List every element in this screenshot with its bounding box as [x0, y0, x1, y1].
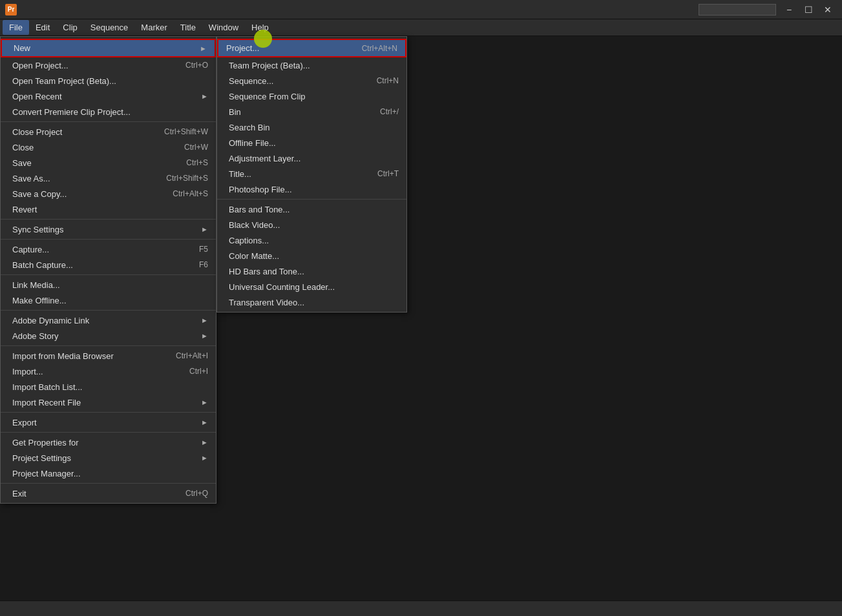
menu-item-link-media[interactable]: Link Media...: [1, 277, 216, 293]
menu-item-label-adobe-dynamic-link: Adobe Dynamic Link: [12, 316, 196, 325]
new-submenu-item-captions[interactable]: Captions...: [217, 232, 406, 248]
menu-item-import-recent-file[interactable]: Import Recent File ►: [1, 395, 216, 410]
menu-sequence[interactable]: Sequence: [84, 20, 135, 35]
arrow-adobe-story: ►: [201, 332, 208, 340]
new-submenu-label-team-project: Team Project (Beta)...: [229, 61, 399, 70]
app-icon: Pr: [5, 4, 17, 15]
title-search-input[interactable]: [699, 4, 776, 15]
menu-item-save[interactable]: Save Ctrl+S: [1, 155, 216, 170]
new-submenu-item-photoshop-file[interactable]: Photoshop File...: [217, 181, 406, 197]
menu-item-open-project[interactable]: Open Project... Ctrl+O: [1, 57, 216, 73]
close-button[interactable]: ✕: [819, 3, 837, 16]
separator-after-convert-clip: [1, 121, 216, 122]
menu-item-import[interactable]: Import... Ctrl+I: [1, 364, 216, 379]
new-submenu-dropdown: Project... Ctrl+Alt+N Team Project (Beta…: [216, 36, 407, 313]
arrow-adobe-dynamic-link: ►: [201, 316, 208, 324]
menu-item-convert-clip[interactable]: Convert Premiere Clip Project...: [1, 104, 216, 119]
shortcut-open-project: Ctrl+O: [185, 61, 208, 70]
menu-item-project-settings[interactable]: Project Settings ►: [1, 450, 216, 466]
new-submenu-item-sequence-from-clip[interactable]: Sequence From Clip: [217, 88, 406, 104]
new-submenu-label-adjustment-layer: Adjustment Layer...: [229, 154, 399, 163]
menu-item-revert[interactable]: Revert: [1, 201, 216, 217]
menu-item-label-import-media-browser: Import from Media Browser: [12, 351, 163, 361]
menu-item-project-manager[interactable]: Project Manager...: [1, 466, 216, 481]
menu-item-label-exit: Exit: [12, 489, 173, 498]
new-submenu-item-hd-bars-tone[interactable]: HD Bars and Tone...: [217, 263, 406, 279]
menu-item-label-import: Import...: [12, 367, 176, 376]
new-submenu-item-universal-counting[interactable]: Universal Counting Leader...: [217, 279, 406, 294]
arrow-sync-settings: ►: [201, 225, 208, 233]
new-submenu-item-black-video[interactable]: Black Video...: [217, 217, 406, 232]
new-submenu-item-transparent-video[interactable]: Transparent Video...: [217, 294, 406, 310]
menu-item-adobe-dynamic-link[interactable]: Adobe Dynamic Link ►: [1, 313, 216, 328]
menu-item-open-recent[interactable]: Open Recent ►: [1, 88, 216, 104]
new-submenu-label-black-video: Black Video...: [229, 220, 399, 230]
new-submenu-label-sequence-from-clip: Sequence From Clip: [229, 92, 399, 101]
menu-window[interactable]: Window: [202, 20, 245, 35]
shortcut-import: Ctrl+I: [189, 367, 208, 376]
menu-item-label-adobe-story: Adobe Story: [12, 331, 196, 341]
menu-item-label-import-recent-file: Import Recent File: [12, 398, 196, 407]
menu-item-label-close: Close: [12, 143, 171, 152]
menu-item-batch-capture[interactable]: Batch Capture... F6: [1, 257, 216, 272]
new-submenu-label-search-bin: Search Bin: [229, 123, 399, 132]
shortcut-close: Ctrl+W: [184, 143, 208, 152]
new-submenu-label-photoshop-file: Photoshop File...: [229, 185, 399, 194]
new-submenu-shortcut-project: Ctrl+Alt+N: [362, 44, 397, 53]
separator-after-sync-settings: [1, 239, 216, 240]
minimize-button[interactable]: −: [780, 3, 798, 16]
new-submenu-item-color-matte[interactable]: Color Matte...: [217, 248, 406, 263]
menu-item-label-close-project: Close Project: [12, 127, 151, 137]
shortcut-exit: Ctrl+Q: [185, 489, 208, 498]
new-submenu-item-bin[interactable]: Bin Ctrl+/: [217, 104, 406, 119]
menu-help[interactable]: Help: [245, 20, 275, 35]
new-submenu-label-universal-counting: Universal Counting Leader...: [229, 282, 399, 292]
menu-item-exit[interactable]: Exit Ctrl+Q: [1, 486, 216, 501]
maximize-button[interactable]: ☐: [799, 3, 817, 16]
shortcut-capture: F5: [199, 245, 208, 254]
shortcut-close-project: Ctrl+Shift+W: [164, 127, 208, 136]
menu-item-make-offline[interactable]: Make Offline...: [1, 293, 216, 308]
separator-after-project-manager: [1, 483, 216, 484]
new-submenu-label-captions: Captions...: [229, 236, 399, 245]
menu-item-label-project-settings: Project Settings: [12, 453, 196, 463]
menu-file[interactable]: File: [3, 20, 29, 35]
new-submenu-label-hd-bars-tone: HD Bars and Tone...: [229, 267, 399, 276]
menu-title[interactable]: Title: [174, 20, 202, 35]
new-submenu-label-title: Title...: [229, 169, 364, 179]
new-submenu-item-title[interactable]: Title... Ctrl+T: [217, 166, 406, 181]
new-submenu-item-project[interactable]: Project... Ctrl+Alt+N: [217, 39, 406, 57]
new-submenu-item-offline-file[interactable]: Offline File...: [217, 135, 406, 150]
new-submenu-item-sequence[interactable]: Sequence... Ctrl+N: [217, 73, 406, 88]
menu-item-open-team-project[interactable]: Open Team Project (Beta)...: [1, 73, 216, 88]
menu-item-label-export: Export: [12, 418, 196, 427]
menu-item-sync-settings[interactable]: Sync Settings ►: [1, 221, 216, 237]
menu-item-new[interactable]: New ►: [1, 39, 216, 57]
new-submenu-label-bars-and-tone: Bars and Tone...: [229, 205, 399, 214]
separator-after-adobe-story: [1, 345, 216, 346]
menu-item-label-link-media: Link Media...: [12, 280, 208, 290]
menu-item-label-make-offline: Make Offline...: [12, 296, 208, 305]
menu-marker[interactable]: Marker: [134, 20, 173, 35]
menu-item-close-project[interactable]: Close Project Ctrl+Shift+W: [1, 124, 216, 139]
menu-item-label-save-copy: Save a Copy...: [12, 189, 160, 199]
menu-item-save-as[interactable]: Save As... Ctrl+Shift+S: [1, 170, 216, 186]
menu-edit[interactable]: Edit: [29, 20, 56, 35]
new-submenu-item-bars-and-tone[interactable]: Bars and Tone...: [217, 201, 406, 217]
menu-item-label-sync-settings: Sync Settings: [12, 225, 196, 234]
menu-item-import-media-browser[interactable]: Import from Media Browser Ctrl+Alt+I: [1, 348, 216, 364]
new-submenu-item-search-bin[interactable]: Search Bin: [217, 119, 406, 135]
menu-item-import-batch-list[interactable]: Import Batch List...: [1, 379, 216, 395]
new-submenu-item-team-project[interactable]: Team Project (Beta)...: [217, 57, 406, 73]
new-submenu-label-sequence: Sequence...: [229, 76, 364, 86]
menu-clip[interactable]: Clip: [56, 20, 83, 35]
menu-item-adobe-story[interactable]: Adobe Story ►: [1, 328, 216, 344]
menu-item-save-copy[interactable]: Save a Copy... Ctrl+Alt+S: [1, 186, 216, 201]
menu-item-get-properties[interactable]: Get Properties for ►: [1, 435, 216, 450]
new-submenu-item-adjustment-layer[interactable]: Adjustment Layer...: [217, 150, 406, 166]
menu-item-export[interactable]: Export ►: [1, 415, 216, 430]
new-submenu-shortcut-title: Ctrl+T: [377, 169, 399, 178]
shortcut-save-as: Ctrl+Shift+S: [166, 174, 208, 183]
menu-item-capture[interactable]: Capture... F5: [1, 241, 216, 257]
menu-item-close[interactable]: Close Ctrl+W: [1, 139, 216, 155]
